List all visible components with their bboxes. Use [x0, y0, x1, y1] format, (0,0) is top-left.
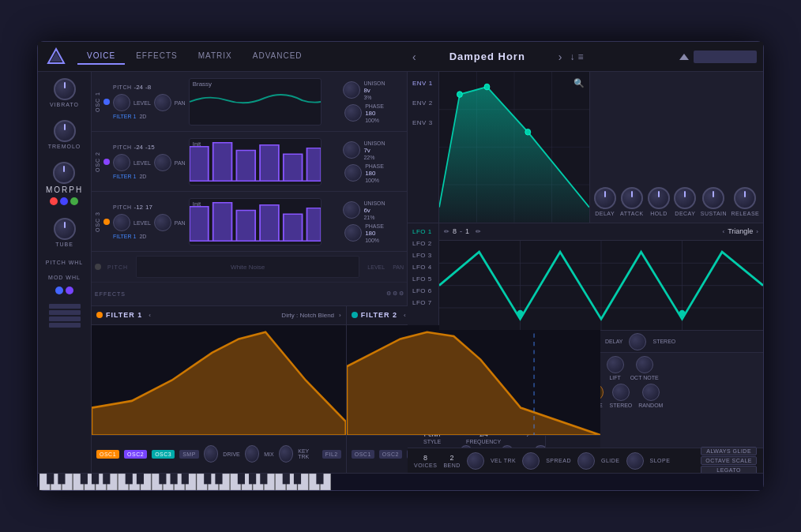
- slider-3[interactable]: [49, 317, 81, 321]
- svg-rect-65: [249, 474, 256, 484]
- glide-knob[interactable]: [577, 452, 595, 470]
- oct-note-group: OCT NOTE: [630, 356, 659, 380]
- osc2-filter-label[interactable]: FILTER 1: [113, 174, 136, 179]
- tremolo-knob[interactable]: [54, 120, 76, 142]
- osc3-pan-knob[interactable]: [154, 214, 171, 231]
- osc3-label: OSC 3: [95, 212, 100, 232]
- osc2-unison-knob[interactable]: [343, 141, 360, 159]
- lfo-shape-arrow-right[interactable]: ›: [756, 228, 758, 235]
- filter2-display[interactable]: [347, 325, 601, 435]
- filter1-drive-knob[interactable]: [204, 445, 219, 463]
- lfo6-label[interactable]: LFO 6: [411, 286, 435, 296]
- tab-advanced[interactable]: ADVANCED: [243, 48, 312, 65]
- env-delay-group: DELAY: [594, 187, 616, 216]
- slider-1[interactable]: [49, 304, 81, 309]
- vel-trk-knob[interactable]: [467, 452, 484, 470]
- preset-next-button[interactable]: ›: [554, 49, 567, 65]
- env-release-knob[interactable]: [734, 187, 756, 209]
- spread-label: SPREAD: [546, 458, 571, 463]
- lfo7-label[interactable]: LFO 7: [411, 298, 435, 308]
- lfo1-label[interactable]: LFO 1: [411, 227, 435, 237]
- env3-label[interactable]: ENV 3: [411, 118, 435, 128]
- filter1-osc3-btn[interactable]: OSC3: [152, 450, 175, 459]
- tab-matrix[interactable]: MATRIX: [189, 48, 242, 65]
- env-top-spacer: [593, 78, 760, 187]
- lfo2-label[interactable]: LFO 2: [411, 238, 435, 249]
- filter1-smp-btn[interactable]: SMP: [179, 450, 199, 459]
- svg-rect-69: [316, 474, 323, 484]
- env1-label[interactable]: ENV 1: [411, 78, 435, 88]
- lfo5-label[interactable]: LFO 5: [411, 274, 435, 284]
- always-glide-btn[interactable]: ALWAYS GLIDE: [701, 447, 757, 455]
- preset-name: Damped Horn: [424, 51, 551, 62]
- osc1-pan-knob[interactable]: [154, 94, 171, 111]
- osc2-level-knob[interactable]: [113, 154, 130, 171]
- octave-scale-btn[interactable]: OCTAVE SCALE: [701, 456, 757, 465]
- filter1-fil2-btn[interactable]: FIL2: [322, 450, 341, 459]
- morph-knob[interactable]: [53, 162, 75, 184]
- osc3-level-label: LEVEL: [134, 220, 151, 226]
- random-knob[interactable]: [642, 384, 660, 401]
- pitch-whl-group: PITCH WHL: [46, 260, 84, 265]
- lift-knob[interactable]: [607, 356, 624, 373]
- env-sustain-knob[interactable]: [702, 187, 724, 209]
- oct-note-knob[interactable]: [636, 356, 653, 373]
- osc1-filter-label[interactable]: FILTER 1: [113, 114, 136, 119]
- search-icon[interactable]: 🔍: [573, 75, 585, 89]
- lfo3-label[interactable]: LFO 3: [411, 250, 435, 260]
- filter1-osc2-btn[interactable]: OSC2: [124, 450, 147, 459]
- osc2-pan-knob[interactable]: [154, 154, 171, 171]
- osc2-phase-knob[interactable]: [344, 164, 362, 182]
- osc3-row: OSC 3 PITCH -12 17 LEVEL PAN: [92, 192, 407, 252]
- stereo-knob[interactable]: [612, 384, 630, 401]
- lfo-shape-arrow-left[interactable]: ‹: [722, 228, 724, 235]
- spread-knob[interactable]: [522, 452, 540, 470]
- osc3-filter-label[interactable]: FILTER 1: [113, 234, 136, 239]
- lfo4-label[interactable]: LFO 4: [411, 262, 435, 272]
- lfo-pencil-icon[interactable]: ✏: [444, 228, 449, 235]
- osc1-unison-pct: 3%: [363, 95, 371, 100]
- osc3-level-knob[interactable]: [113, 214, 130, 231]
- lfo-stereo-knob[interactable]: [629, 333, 646, 350]
- svg-rect-57: [126, 474, 133, 484]
- preset-menu-icon[interactable]: ≡: [577, 51, 583, 62]
- logo: [44, 45, 68, 69]
- filter1-arrows: ‹: [149, 312, 151, 319]
- filter1-mix-knob[interactable]: [245, 445, 260, 463]
- vibrato-knob[interactable]: [54, 78, 76, 100]
- slider-2[interactable]: [49, 310, 81, 315]
- tab-voice[interactable]: VOICE: [77, 48, 125, 65]
- env-delay-knob[interactable]: [594, 187, 616, 209]
- legato-btn[interactable]: LEGATO: [701, 466, 757, 473]
- osc1-phase-knob[interactable]: [344, 104, 362, 122]
- osc2-waveform[interactable]: Init: [189, 138, 322, 185]
- env-attack-knob[interactable]: [621, 187, 643, 209]
- osc3-phase-knob[interactable]: [344, 224, 362, 242]
- filter1-display[interactable]: [92, 325, 346, 435]
- tube-knob[interactable]: [54, 218, 76, 240]
- env-hold-knob[interactable]: [648, 187, 670, 209]
- osc3-waveform[interactable]: Init: [189, 198, 322, 245]
- slope-knob[interactable]: [626, 452, 644, 470]
- lfo-waveform[interactable]: [439, 241, 763, 330]
- osc2-unison-label: UNISON: [363, 140, 385, 146]
- env-display[interactable]: 🔍: [439, 72, 589, 223]
- osc1-controls: PITCH -24 -8 LEVEL PAN FILTER 1 2D: [113, 84, 186, 119]
- filter1-keytrk-knob[interactable]: [279, 445, 294, 463]
- tab-effects[interactable]: EFFECTS: [126, 48, 187, 65]
- filter2-osc2-btn[interactable]: OSC2: [379, 450, 402, 459]
- filter1-osc1-btn[interactable]: OSC1: [96, 450, 119, 459]
- slider-4[interactable]: [49, 323, 81, 328]
- osc3-unison-knob[interactable]: [343, 201, 360, 219]
- lift-label: LIFT: [609, 375, 620, 380]
- osc1-unison-knob[interactable]: [343, 81, 360, 99]
- preset-save-icon[interactable]: ↓: [570, 51, 574, 62]
- env-decay-knob[interactable]: [674, 187, 696, 209]
- osc1-level-knob[interactable]: [113, 94, 130, 111]
- lfo-pencil2-icon[interactable]: ✏: [476, 228, 481, 235]
- preset-prev-button[interactable]: ‹: [408, 49, 421, 65]
- osc1-waveform[interactable]: Brassy: [189, 78, 322, 126]
- env2-label[interactable]: ENV 2: [411, 98, 435, 108]
- filter2-osc1-btn[interactable]: OSC1: [352, 450, 374, 459]
- voices-label: VOICES: [414, 463, 437, 468]
